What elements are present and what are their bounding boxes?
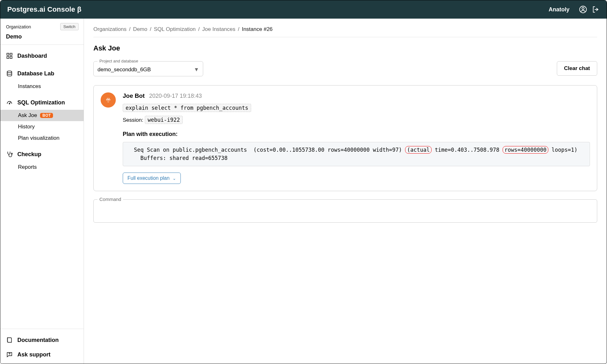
gauge-icon [6,99,13,106]
breadcrumb-link[interactable]: Demo [133,26,147,32]
svg-point-12 [107,99,108,100]
sidebar-item-history[interactable]: History [0,121,84,132]
account-icon[interactable] [579,5,587,14]
sidebar-item-checkup[interactable]: Checkup [0,147,84,161]
svg-rect-14 [108,97,109,98]
chevron-down-icon: ⌄ [173,176,176,181]
sidebar-item-label: Instances [18,83,41,90]
sidebar-item-label: Reports [18,164,37,170]
sidebar-item-documentation[interactable]: Documentation [0,333,84,347]
sidebar-item-label: History [18,124,35,130]
sidebar-item-label: Documentation [17,337,59,343]
breadcrumb-link[interactable]: SQL Optimization [154,26,196,32]
svg-rect-2 [7,53,9,55]
select-value: demo_seconddb_6GB [97,67,151,73]
query-code: explain select * from pgbench_accounts [123,104,251,112]
sidebar-item-sql-optimization[interactable]: SQL Optimization [0,95,84,110]
command-legend: Command [97,197,123,202]
session-value: webui-i922 [145,116,183,124]
organization-name[interactable]: Demo [0,32,84,44]
svg-point-7 [9,103,10,104]
plan-title: Plan with execution: [123,131,590,138]
svg-rect-3 [10,53,12,55]
sidebar-item-dashboard[interactable]: Dashboard [0,49,84,63]
logout-icon[interactable] [592,5,600,14]
full-execution-plan-button[interactable]: Full execution plan ⌄ [123,173,181,184]
svg-point-8 [11,153,13,154]
bot-name: Joe Bot [123,92,145,99]
sidebar-item-label: Checkup [17,151,41,158]
session-label: Session: [123,117,143,123]
command-field[interactable]: Command [93,199,597,223]
select-legend: Project and database [97,59,140,63]
svg-rect-5 [10,56,12,58]
sidebar-item-database-lab[interactable]: Database Lab [0,66,84,81]
sidebar-item-label: Plan visualization [18,135,59,141]
button-label: Full execution plan [127,175,169,181]
breadcrumb-link[interactable]: Joe Instances [202,26,235,32]
page-title: Ask Joe [93,44,597,52]
brand-title: Postgres.ai Console β [7,5,81,14]
sidebar-item-ask-support[interactable]: Ask support [0,347,84,362]
highlight-rows: rows=40000000 [503,146,548,154]
bot-avatar-icon [101,92,116,108]
stethoscope-icon [6,151,13,158]
breadcrumb-current: Instance #26 [242,26,273,32]
sidebar-item-label: Database Lab [17,70,54,77]
svg-rect-4 [7,56,9,58]
plan-output: Seq Scan on public.pgbench_accounts (cos… [123,142,590,166]
switch-org-button[interactable]: Switch [60,23,79,30]
svg-point-9 [9,355,10,355]
support-icon [6,351,13,358]
svg-point-6 [7,71,12,73]
sidebar: Organization Switch Demo Dashboard Datab… [0,19,84,364]
sidebar-item-label: Ask support [17,351,50,358]
project-db-select[interactable]: Project and database demo_seconddb_6GB ▼ [93,61,203,76]
sidebar-item-plan-visualization[interactable]: Plan visualization [0,132,84,144]
svg-rect-11 [106,99,110,100]
message-timestamp: 2020-09-17 19:18:43 [149,93,202,99]
user-name[interactable]: Anatoly [549,6,569,13]
organization-label: Organization [6,24,31,29]
book-icon [6,337,13,343]
breadcrumb: Organizations/ Demo/ SQL Optimization/ J… [93,26,597,37]
sidebar-item-label: SQL Optimization [17,99,65,106]
bot-badge: BOT [40,113,53,118]
svg-point-13 [109,99,109,100]
sidebar-item-instances[interactable]: Instances [0,81,84,92]
dashboard-icon [6,52,13,59]
bot-message-card: Joe Bot 2020-09-17 19:18:43 explain sele… [93,85,597,191]
svg-point-1 [582,7,584,9]
top-bar: Postgres.ai Console β Anatoly [0,0,607,19]
sidebar-item-ask-joe[interactable]: Ask Joe BOT [0,110,84,121]
sidebar-item-label: Dashboard [17,53,47,59]
command-input[interactable] [98,206,592,212]
chevron-down-icon: ▼ [194,67,199,73]
clear-chat-button[interactable]: Clear chat [557,61,597,76]
highlight-actual: (actual [405,146,432,154]
stack-icon [6,70,13,77]
sidebar-item-label: Ask Joe [18,112,37,119]
breadcrumb-link[interactable]: Organizations [93,26,127,32]
main-area: Organizations/ Demo/ SQL Optimization/ J… [84,19,607,364]
sidebar-item-reports[interactable]: Reports [0,161,84,173]
